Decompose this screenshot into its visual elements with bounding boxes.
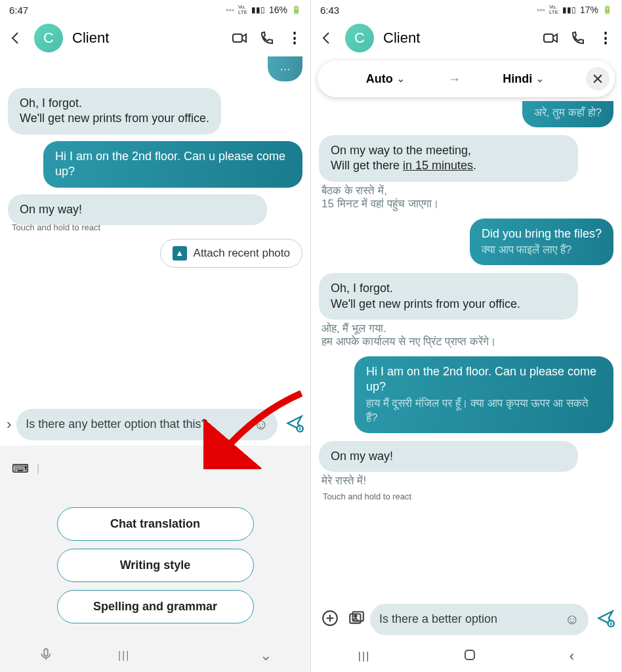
- voice-call-button[interactable]: [258, 29, 276, 47]
- back-button[interactable]: [7, 29, 25, 47]
- emoji-button[interactable]: ☺: [254, 416, 268, 433]
- message-received-group[interactable]: On my way! मेरे रास्ते में! Touch and ho…: [319, 441, 613, 501]
- arrow-icon: →: [448, 72, 461, 87]
- more-button[interactable]: ⋮: [596, 29, 615, 47]
- message-sent[interactable]: …: [268, 56, 302, 81]
- volte-icon: Vo꜀LTE: [238, 5, 247, 15]
- message-sent[interactable]: Hi I am on the 2nd floor. Can u please c…: [354, 356, 613, 433]
- attach-label: Attach recent photo: [194, 247, 290, 260]
- add-button[interactable]: [321, 610, 339, 629]
- signal-icon: ▮▮▯: [562, 5, 576, 14]
- message-input[interactable]: Is there any better option that this? ☺: [16, 409, 278, 440]
- translate-bar: Auto ⌄ → Hindi ⌄: [318, 60, 615, 97]
- chat-area[interactable]: … Oh, I forgot. We'll get new prints fro…: [0, 56, 310, 404]
- video-call-button[interactable]: [230, 29, 249, 47]
- message-received[interactable]: Oh, I forgot. We'll get new prints from …: [319, 273, 578, 320]
- photo-icon: ▲: [173, 246, 187, 261]
- status-bar: 6:43 ◦◦◦ Vo꜀LTE ▮▮▯ 17% 🔋: [311, 0, 621, 20]
- translation-text: बैठक के रास्ते में, 15 मिनट में वहां पहु…: [319, 184, 613, 211]
- contact-name[interactable]: Client: [383, 30, 532, 47]
- status-bar: 6:47 ◦◦◦ Vo꜀LTE ▮▮▯ 16% 🔋: [0, 0, 310, 20]
- react-hint: Touch and hold to react: [319, 492, 613, 501]
- chat-translation-button[interactable]: Chat translation: [57, 507, 254, 541]
- avatar[interactable]: C: [345, 24, 374, 52]
- input-text: Is there any better option that this?: [26, 417, 251, 432]
- keyboard-panel: ⌨ | Chat translation Writing style Spell…: [0, 446, 310, 672]
- expand-button[interactable]: ›: [7, 416, 11, 433]
- battery-label: 17%: [580, 5, 598, 15]
- message-sent[interactable]: अरे, तुम कहाँ हो?: [522, 101, 613, 127]
- back-nav-button[interactable]: ‹: [570, 648, 574, 665]
- target-language[interactable]: Hindi ⌄: [461, 72, 587, 86]
- svg-rect-5: [544, 34, 553, 42]
- home-button[interactable]: [465, 650, 475, 663]
- send-button[interactable]: [285, 414, 304, 435]
- gallery-button[interactable]: [348, 610, 365, 629]
- svg-point-14: [354, 615, 356, 617]
- message-sent[interactable]: Did you bring the files? क्या आप फाइलें …: [470, 219, 613, 265]
- translation-text: मेरे रास्ते में!: [319, 474, 613, 488]
- status-time: 6:47: [9, 5, 28, 16]
- screen-right: 6:43 ◦◦◦ Vo꜀LTE ▮▮▯ 17% 🔋 C Client ⋮ Aut…: [311, 0, 622, 672]
- battery-icon: 🔋: [291, 5, 301, 14]
- chevron-down-icon: ⌄: [397, 74, 405, 84]
- keyboard-bottom-row: ||| ⌄: [7, 637, 304, 667]
- message-received[interactable]: Oh, I forgot. We'll get new prints from …: [8, 88, 221, 135]
- chat-header: C Client ⋮: [311, 20, 621, 56]
- avatar[interactable]: C: [34, 24, 63, 52]
- status-icons: ◦◦◦ Vo꜀LTE ▮▮▯ 16% 🔋: [226, 5, 301, 15]
- message-input[interactable]: Is there a better option ☺: [370, 604, 589, 635]
- recents-button[interactable]: |||: [358, 650, 370, 662]
- nav-bar: ||| ‹: [311, 640, 621, 672]
- wifi-icon: ◦◦◦: [226, 5, 234, 14]
- signal-icon: ▮▮▯: [251, 5, 265, 14]
- message-received-group[interactable]: Oh, I forgot. We'll get new prints from …: [319, 273, 613, 348]
- contact-name[interactable]: Client: [72, 30, 221, 47]
- message-received[interactable]: On my way!: [8, 194, 267, 225]
- emoji-button[interactable]: ☺: [565, 611, 579, 628]
- spelling-grammar-button[interactable]: Spelling and grammar: [57, 590, 254, 623]
- message-sent[interactable]: Hi I am on the 2nd floor. Can u please c…: [43, 141, 302, 188]
- assist-options: Chat translation Writing style Spelling …: [7, 488, 304, 637]
- translation-text: ओह, मैं भूल गया. हम आपके कार्यालय से नए …: [319, 322, 613, 348]
- voice-call-button[interactable]: [569, 29, 587, 47]
- compose-row: Is there a better option ☺: [311, 598, 621, 640]
- battery-icon: 🔋: [602, 5, 612, 14]
- source-language[interactable]: Auto ⌄: [323, 72, 448, 86]
- chevron-down-icon: ⌄: [536, 74, 544, 84]
- collapse-button[interactable]: ⌄: [260, 647, 272, 664]
- svg-rect-3: [45, 649, 49, 656]
- keyboard-icon[interactable]: ⌨: [12, 461, 29, 476]
- battery-label: 16%: [269, 5, 287, 15]
- recents-button[interactable]: |||: [118, 650, 130, 662]
- chat-area[interactable]: अरे, तुम कहाँ हो? On my way to the meeti…: [311, 101, 621, 598]
- compose-row: › Is there any better option that this? …: [0, 404, 310, 446]
- wifi-icon: ◦◦◦: [537, 5, 545, 14]
- back-button[interactable]: [318, 29, 336, 47]
- close-translate-button[interactable]: [586, 67, 610, 91]
- attach-photo-chip[interactable]: ▲ Attach recent photo: [160, 239, 302, 268]
- input-text: Is there a better option: [379, 612, 562, 627]
- status-icons: ◦◦◦ Vo꜀LTE ▮▮▯ 17% 🔋: [537, 5, 612, 15]
- react-hint: Touch and hold to react: [8, 222, 302, 232]
- svg-marker-1: [242, 34, 246, 42]
- send-button[interactable]: [596, 609, 615, 630]
- message-received-group[interactable]: On my way to the meeting, Will get there…: [319, 135, 613, 211]
- chat-header: C Client ⋮: [0, 20, 310, 56]
- video-call-button[interactable]: [541, 29, 560, 47]
- svg-marker-6: [553, 34, 557, 42]
- message-received[interactable]: On my way to the meeting, Will get there…: [319, 135, 578, 182]
- status-time: 6:43: [320, 5, 339, 16]
- volte-icon: Vo꜀LTE: [549, 5, 558, 15]
- message-received[interactable]: On my way!: [319, 441, 578, 472]
- svg-rect-0: [233, 34, 242, 42]
- more-button[interactable]: ⋮: [285, 29, 304, 47]
- writing-style-button[interactable]: Writing style: [57, 549, 254, 582]
- screen-left: 6:47 ◦◦◦ Vo꜀LTE ▮▮▯ 16% 🔋 C Client ⋮ … O…: [0, 0, 311, 672]
- mic-icon[interactable]: [39, 647, 53, 664]
